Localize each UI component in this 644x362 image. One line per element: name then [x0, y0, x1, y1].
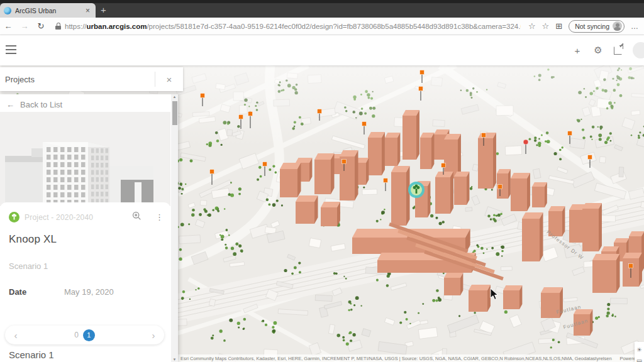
back-to-list-label: Back to List	[20, 100, 62, 109]
app-header-actions: + ⚙	[572, 35, 644, 65]
search-close-icon[interactable]: ×	[155, 74, 183, 85]
forward-button[interactable]: →	[16, 21, 33, 31]
project-menu-icon[interactable]: ⋮	[155, 212, 162, 222]
project-thumbnail	[0, 112, 170, 206]
project-card: Project - 2020-2040 ⋮ Knoop XL Scenario …	[0, 202, 170, 297]
add-button[interactable]: +	[572, 45, 582, 56]
refresh-button[interactable]: ↻	[33, 21, 49, 31]
map-toolbar-sliver[interactable]: ☀▤2◂	[635, 342, 644, 362]
browser-titlebar: ArcGIS Urban × +	[0, 0, 644, 18]
screen: ArcGIS Urban × + ← → ↻ https://urban.arc…	[0, 0, 644, 362]
date-label: Date	[9, 287, 64, 297]
layers-icon[interactable]: ▤	[636, 359, 642, 362]
tab-close-icon[interactable]: ×	[84, 6, 92, 15]
profile-avatar-icon	[613, 21, 622, 31]
project-panel: ← Back to List	[0, 94, 178, 362]
back-to-list-button[interactable]: ← Back to List	[0, 94, 178, 112]
scenario-pager: ‹ 0 1 ›	[5, 326, 164, 344]
date-value[interactable]: May 19, 2020	[64, 287, 114, 297]
sync-status-label: Not syncing	[575, 23, 609, 30]
pager-next-button[interactable]: ›	[143, 330, 164, 341]
browser-tab[interactable]: ArcGIS Urban ×	[0, 3, 96, 18]
collections-icon[interactable]: ⊞	[555, 21, 562, 31]
tab-title: ArcGIS Urban	[15, 7, 80, 14]
mouse-cursor	[490, 288, 499, 303]
settings-gear-icon[interactable]: ⚙	[593, 45, 603, 56]
project-search-bar[interactable]: ×	[0, 67, 183, 91]
app-header: + ⚙	[0, 35, 644, 65]
urban-project-icon	[9, 212, 19, 222]
browser-menu-button[interactable]: …	[631, 22, 639, 31]
menu-hamburger-icon[interactable]	[6, 45, 16, 54]
address-bar[interactable]: https://urban.arcgis.com/projects/58181e…	[49, 23, 521, 30]
panel-scrollbar[interactable]: ▲ ▼	[171, 94, 178, 362]
profile-sync-button[interactable]: Not syncing	[569, 20, 625, 33]
browser-navbar: ← → ↻ https://urban.arcgis.com/projects/…	[0, 18, 644, 35]
new-tab-button[interactable]: +	[101, 5, 106, 14]
scenario-section-title: Scenario 1	[9, 349, 54, 360]
daylight-icon[interactable]: ☀	[636, 347, 642, 353]
arcgis-favicon-icon	[4, 7, 11, 14]
pager-page-zero[interactable]: 0	[74, 331, 79, 339]
back-arrow-icon: ←	[6, 100, 14, 109]
scroll-down-icon[interactable]: ▼	[171, 358, 178, 361]
map-attribution: Esri Community Maps Contributors, Kadast…	[178, 354, 644, 362]
attribution-text: Esri Community Maps Contributors, Kadast…	[180, 356, 613, 361]
project-title: Knoop XL	[9, 233, 162, 246]
pager-current-page[interactable]: 1	[83, 329, 95, 341]
scenario-label: Scenario 1	[9, 261, 162, 271]
project-type-label: Project - 2020-2040	[25, 213, 127, 222]
pager-prev-button[interactable]: ‹	[5, 330, 26, 341]
navbar-actions: ☆ ☆ ⊞ Not syncing …	[521, 20, 644, 33]
favorite-star-icon[interactable]: ☆	[528, 21, 536, 31]
zoom-to-icon[interactable]	[132, 211, 142, 223]
lock-icon	[55, 23, 61, 30]
favorites-bar-icon[interactable]: ☆	[542, 21, 550, 31]
scrollbar-thumb[interactable]	[172, 101, 177, 125]
scroll-up-icon[interactable]: ▲	[171, 95, 178, 99]
user-avatar[interactable]	[633, 42, 644, 58]
share-icon[interactable]	[614, 47, 622, 55]
back-button[interactable]: ←	[0, 21, 16, 31]
search-input[interactable]	[0, 75, 155, 84]
url-text[interactable]: https://urban.arcgis.com/projects/58181e…	[65, 23, 521, 30]
